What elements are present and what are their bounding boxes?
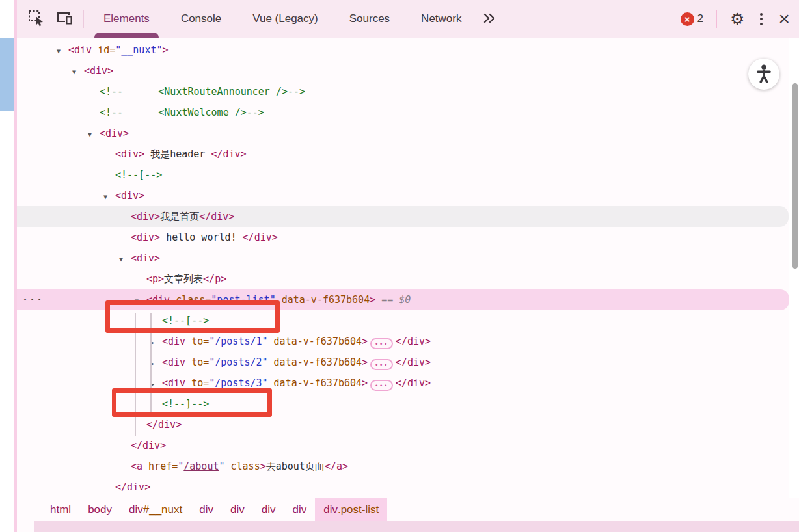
collapsed-content-icon[interactable]: •••: [370, 338, 393, 349]
tree-row[interactable]: ▼<div>: [17, 185, 799, 206]
devtools-toolbar: Elements Console Vue (Legacy) Sources Ne…: [17, 0, 799, 38]
crumb-tag: div: [292, 503, 306, 516]
tab-sources[interactable]: Sources: [334, 0, 405, 38]
expand-arrow-down-icon[interactable]: ▼: [119, 249, 131, 270]
tree-row[interactable]: <p>文章列表</p>: [17, 269, 799, 289]
crumb-tag: div: [199, 503, 213, 516]
code-token: "/posts/1": [209, 336, 267, 347]
code-token: <div: [68, 44, 98, 56]
code-token: >: [370, 294, 375, 306]
collapsed-content-icon[interactable]: •••: [370, 359, 393, 370]
tab-vue-legacy[interactable]: Vue (Legacy): [237, 0, 333, 38]
expand-arrow-down-icon[interactable]: ▼: [57, 41, 68, 62]
double-chevron-right-icon: [482, 12, 496, 27]
breadcrumb-item-div[interactable]: div: [253, 498, 284, 521]
settings-button[interactable]: ⚙: [730, 11, 744, 27]
code-token: </a>: [325, 460, 348, 472]
code-token: >: [163, 44, 169, 56]
code-token: data-v-f637b604: [282, 294, 370, 306]
code-token: hello world!: [160, 232, 242, 243]
breadcrumb: htmlbodydiv#__nuxtdivdivdivdivdiv.post-l…: [34, 498, 799, 521]
expand-arrow-down-icon[interactable]: ▼: [88, 124, 100, 145]
code-token: </div>: [396, 336, 431, 347]
code-token: >: [362, 356, 368, 368]
tab-network[interactable]: Network: [405, 0, 477, 38]
tree-row[interactable]: <!--[-->: [17, 165, 799, 185]
code-token: <div: [162, 336, 191, 347]
code-token: <div>: [115, 190, 144, 202]
tab-label: Sources: [349, 12, 390, 25]
code-token: "/posts/2": [209, 356, 267, 368]
error-icon: ×: [681, 12, 694, 26]
crumb-qualifier: #__nuxt: [143, 503, 183, 516]
screenshot-root: { "devtools": { "toolbar": { "tabs": [ {…: [0, 0, 799, 532]
toggle-device-toolbar-button[interactable]: [51, 5, 79, 33]
breadcrumb-item-html[interactable]: html: [42, 498, 79, 521]
breadcrumb-item-div[interactable]: div: [191, 498, 222, 521]
expand-arrow-down-icon[interactable]: ▼: [72, 62, 84, 83]
row-menu-icon[interactable]: ···: [22, 289, 44, 310]
code-token: [268, 356, 274, 368]
breadcrumb-item-div.post-list[interactable]: div.post-list: [315, 498, 387, 521]
code-token: <p>: [146, 273, 164, 285]
code-token: href=: [148, 460, 178, 472]
expand-arrow-right-icon[interactable]: ▶: [150, 332, 162, 353]
accessibility-button[interactable]: [748, 59, 779, 90]
crumb-tag: div: [230, 503, 245, 516]
code-token: <!-- <NuxtWelcome />-->: [100, 107, 264, 118]
inspect-element-button[interactable]: [22, 5, 51, 33]
code-token: to=: [191, 336, 209, 347]
tree-row[interactable]: ▼<div>: [17, 123, 799, 144]
code-token: <div: [162, 356, 191, 368]
tree-row[interactable]: ▼<div>: [17, 60, 799, 81]
code-token: <div>: [115, 148, 144, 160]
breadcrumb-item-body[interactable]: body: [79, 498, 120, 521]
tree-row[interactable]: <!-- <NuxtRouteAnnouncer />-->: [17, 81, 799, 102]
tree-row[interactable]: ▼<div id="__nuxt">: [17, 40, 799, 60]
toolbar-right-controls: × 2 ⚙ ×: [681, 9, 790, 29]
code-token: </div>: [131, 440, 166, 451]
panel-tabs: Elements Console Vue (Legacy) Sources Ne…: [88, 0, 502, 38]
crumb-tag: html: [50, 503, 71, 516]
tree-row[interactable]: <!-- <NuxtWelcome />-->: [17, 102, 799, 123]
code-token: </div>: [115, 481, 150, 493]
crumb-tag: body: [88, 503, 112, 516]
tree-row[interactable]: </div>: [17, 435, 799, 456]
code-token: ": [219, 460, 224, 472]
tree-row[interactable]: <div>我是首页</div>: [17, 206, 789, 227]
tree-row[interactable]: <div> 我是header </div>: [17, 144, 799, 165]
code-token: </div>: [146, 419, 182, 431]
scrollbar-thumb[interactable]: [792, 83, 798, 269]
tree-row[interactable]: </div>: [17, 477, 799, 498]
code-token: class: [231, 460, 260, 472]
code-token: [268, 336, 274, 347]
crumb-tag: div: [323, 503, 338, 516]
accessibility-person-icon: [754, 64, 774, 85]
more-options-button[interactable]: [757, 10, 765, 28]
breadcrumb-item-div#__nuxt[interactable]: div#__nuxt: [120, 498, 191, 521]
code-token: to=: [191, 377, 209, 389]
code-token: <div>: [84, 65, 113, 77]
code-token: </div>: [211, 148, 246, 160]
more-tabs-button[interactable]: [477, 5, 502, 33]
collapsed-content-icon[interactable]: •••: [370, 380, 393, 391]
tree-row[interactable]: ▼<div>: [17, 248, 799, 269]
error-count-badge[interactable]: × 2: [681, 12, 703, 26]
code-token: >: [260, 460, 266, 472]
vertical-dots-icon: [760, 13, 763, 25]
expand-arrow-right-icon[interactable]: ▶: [150, 353, 162, 374]
code-token: "/posts/3": [209, 377, 267, 389]
tab-console[interactable]: Console: [165, 0, 237, 38]
close-devtools-button[interactable]: ×: [778, 9, 790, 29]
expand-arrow-down-icon[interactable]: ▼: [103, 187, 115, 207]
code-token: data-v-f637b604: [274, 377, 362, 389]
code-token: [268, 377, 274, 389]
breadcrumb-item-div[interactable]: div: [222, 498, 253, 521]
tab-label: Elements: [103, 12, 150, 25]
tree-row[interactable]: <div> hello world! </div>: [17, 227, 799, 248]
tab-elements[interactable]: Elements: [88, 0, 165, 38]
breadcrumb-item-div[interactable]: div: [284, 498, 315, 521]
inspect-cursor-icon: [28, 10, 45, 29]
code-token: 我是header: [144, 148, 211, 160]
tree-row[interactable]: <a href="/about" class>去about页面</a>: [17, 456, 799, 477]
